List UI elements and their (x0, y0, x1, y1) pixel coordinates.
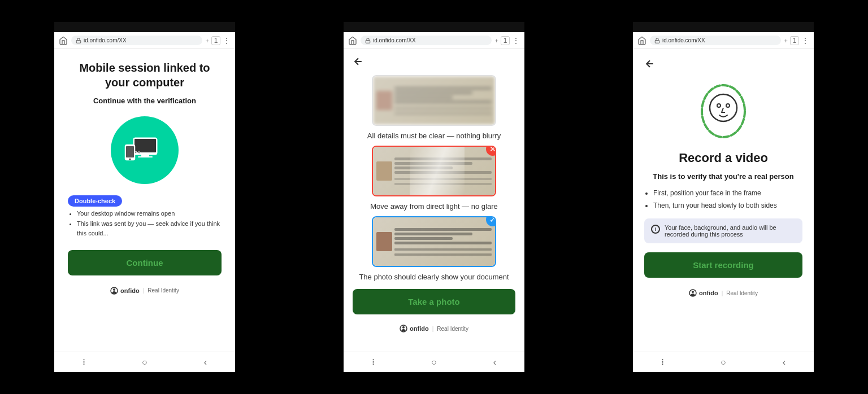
lock-icon (76, 38, 81, 43)
continue-button[interactable]: Continue (68, 250, 222, 275)
nav-home-icon-3[interactable]: ○ (721, 357, 726, 367)
nav-back-icon-2[interactable]: ‹ (493, 357, 496, 367)
tab-count-3[interactable]: 1 (790, 36, 799, 45)
phone-1: id.onfido.com/XX + 1 ⋮ Mobile session li… (0, 0, 289, 394)
back-arrow-2[interactable] (353, 56, 515, 67)
browser-actions-3: + 1 ⋮ (784, 36, 809, 45)
footer-tagline-1: Real Identity (147, 287, 179, 294)
onfido-footer-2: onfido | Real Identity (400, 320, 468, 335)
devices-icon (122, 133, 167, 167)
url-text-3: id.onfido.com/XX (662, 37, 705, 43)
svg-point-16 (702, 85, 745, 137)
onfido-logo-3: onfido (689, 289, 718, 297)
new-tab-icon-3[interactable]: + (784, 37, 788, 44)
start-recording-button[interactable]: Start recording (644, 252, 802, 278)
url-text-2: id.onfido.com/XX (373, 37, 416, 43)
screen1-content: Mobile session linked to your computer C… (54, 49, 235, 352)
screen2-content: All details must be clear — nothing blur… (344, 49, 524, 352)
doc-card-glare: ✕ (372, 146, 496, 196)
onfido-logo-icon-1 (110, 287, 118, 295)
home-icon-3[interactable] (637, 36, 646, 45)
checklist-item-2: This link was sent by you — seek advice … (77, 219, 222, 239)
phone-3: id.onfido.com/XX + 1 ⋮ (579, 0, 868, 394)
doc-card-good: ✓ (372, 216, 496, 267)
address-bar-3[interactable]: id.onfido.com/XX (650, 36, 781, 45)
lock-icon-2 (365, 38, 371, 43)
guidance-text-2: Move away from direct light — no glare (370, 202, 497, 211)
footer-tagline-2: Real Identity (437, 326, 468, 332)
home-icon-2[interactable] (348, 36, 357, 45)
info-text: Your face, background, and audio will be… (665, 224, 796, 238)
checklist: Your desktop window remains open This li… (68, 209, 222, 239)
device-illustration (111, 116, 179, 184)
svg-point-18 (717, 104, 721, 107)
phone-2: id.onfido.com/XX + 1 ⋮ (289, 0, 579, 394)
mobile-phone-1: id.onfido.com/XX + 1 ⋮ Mobile session li… (54, 22, 235, 372)
browser-menu-3[interactable]: ⋮ (801, 36, 809, 45)
checklist-item-1: Your desktop window remains open (77, 209, 222, 219)
home-icon[interactable] (59, 36, 68, 45)
nav-home-icon[interactable]: ○ (142, 357, 147, 367)
lock-icon-3 (654, 38, 660, 43)
mobile-phone-3: id.onfido.com/XX + 1 ⋮ (633, 22, 814, 372)
back-icon-2 (353, 56, 364, 67)
take-photo-button[interactable]: Take a photo (353, 289, 515, 314)
bottom-nav-1: ⁞ ○ ‹ (54, 352, 235, 372)
record-step-2: Then, turn your head slowly to both side… (653, 200, 802, 212)
info-icon: i (651, 225, 660, 234)
svg-rect-12 (366, 40, 370, 43)
svg-point-14 (402, 326, 405, 329)
nav-menu-icon[interactable]: ⁞ (83, 357, 85, 367)
record-title: Record a video (679, 151, 768, 165)
tab-count-1[interactable]: 1 (211, 36, 220, 45)
double-check-badge: Double-check (68, 195, 122, 207)
phone-top-bar-3 (633, 22, 814, 32)
guidance-text-3: The photo should clearly show your docum… (359, 273, 509, 281)
bottom-nav-3: ⁞ ○ ‹ (633, 352, 814, 372)
nav-menu-icon-2[interactable]: ⁞ (372, 357, 375, 367)
bottom-nav-2: ⁞ ○ ‹ (344, 352, 524, 372)
svg-rect-2 (134, 139, 156, 152)
new-tab-icon[interactable]: + (206, 37, 209, 44)
guidance-text-1: All details must be clear — nothing blur… (367, 132, 501, 140)
browser-chrome-2: id.onfido.com/XX + 1 ⋮ (344, 32, 524, 49)
svg-point-19 (726, 104, 730, 107)
svg-rect-15 (655, 40, 659, 43)
address-bar-2[interactable]: id.onfido.com/XX (361, 36, 492, 45)
nav-back-icon[interactable]: ‹ (204, 357, 207, 367)
url-text-1: id.onfido.com/XX (84, 37, 127, 43)
onfido-logo-icon-2 (400, 325, 407, 332)
browser-menu-1[interactable]: ⋮ (223, 36, 231, 45)
onfido-logo-icon-3 (689, 289, 697, 297)
mobile-phone-2: id.onfido.com/XX + 1 ⋮ (344, 22, 524, 372)
browser-chrome-3: id.onfido.com/XX + 1 ⋮ (633, 32, 814, 49)
onfido-footer-3: onfido | Real Identity (689, 284, 758, 299)
screen1-subtitle: Continue with the verification (93, 97, 196, 105)
browser-actions-1: + 1 ⋮ (206, 36, 231, 45)
svg-rect-3 (141, 155, 149, 156)
browser-actions-2: + 1 ⋮ (495, 36, 520, 45)
browser-chrome-1: id.onfido.com/XX + 1 ⋮ (54, 32, 235, 49)
record-steps: First, position your face in the frame T… (644, 187, 802, 212)
screen1-title: Mobile session linked to your computer (68, 60, 222, 90)
back-arrow-3[interactable] (644, 58, 802, 69)
record-subtitle: This is to verify that you're a real per… (653, 172, 793, 181)
svg-rect-4 (138, 156, 153, 157)
nav-back-icon-3[interactable]: ‹ (783, 357, 785, 367)
doc-card-blurry (372, 75, 496, 126)
nav-home-icon-2[interactable]: ○ (431, 357, 437, 367)
tab-count-2[interactable]: 1 (501, 36, 510, 45)
back-icon-3 (644, 58, 656, 69)
address-bar-1[interactable]: id.onfido.com/XX (71, 36, 202, 45)
phone-top-bar-2 (344, 22, 524, 32)
onfido-footer-1: onfido | Real Identity (110, 282, 179, 297)
onfido-logo-1: onfido (110, 287, 140, 295)
browser-menu-2[interactable]: ⋮ (512, 36, 520, 45)
svg-rect-6 (126, 146, 134, 157)
nav-menu-icon-3[interactable]: ⁞ (661, 357, 664, 367)
onfido-logo-2: onfido (400, 325, 429, 332)
svg-point-21 (692, 291, 694, 293)
new-tab-icon-2[interactable]: + (495, 37, 498, 44)
info-box: i Your face, background, and audio will … (644, 218, 802, 243)
svg-rect-0 (76, 40, 81, 43)
